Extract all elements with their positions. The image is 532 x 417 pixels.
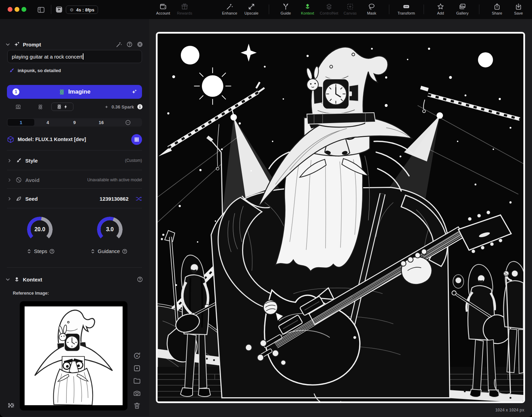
seed-section-row[interactable]: Seed 1239130862 — [7, 194, 142, 203]
tulip-icon — [14, 276, 20, 283]
wand-icon — [226, 3, 233, 10]
auto-rotate-button[interactable] — [133, 352, 142, 360]
zoom-window-button[interactable] — [21, 7, 26, 12]
bolt-icon — [63, 104, 68, 109]
batch-option-9[interactable]: 9 — [61, 119, 88, 126]
close-window-button[interactable] — [8, 7, 12, 12]
seed-value[interactable]: 1239130862 — [100, 196, 128, 202]
video-app-icon[interactable] — [55, 5, 63, 15]
imagine-count-badge: 1 — [12, 88, 19, 95]
cube-icon — [7, 136, 14, 143]
checkerboard-icon — [7, 401, 15, 409]
toolbar-separator — [389, 5, 389, 14]
a-rotate-icon — [133, 352, 141, 360]
toolbar-item-gallery[interactable]: Gallery — [448, 3, 477, 15]
sidebar: Prompt playing guitar at a rock concert … — [0, 19, 149, 417]
steps-label-row: Steps — [26, 248, 55, 254]
steps-value: 20.0 — [27, 217, 53, 242]
chevron-right-icon — [7, 158, 12, 163]
kontext-section-row[interactable]: Kontext — [5, 275, 42, 284]
prohibited-icon — [16, 177, 22, 183]
atom-icon — [56, 104, 62, 110]
spark-cost-label: 0.36 Spark — [112, 104, 134, 110]
help-icon[interactable] — [137, 276, 143, 283]
toolbar-item-mask[interactable]: Mask — [357, 3, 386, 15]
fps-label: 4s : 8fps — [76, 7, 95, 12]
reference-image[interactable] — [20, 301, 127, 410]
info-icon[interactable] — [137, 104, 143, 111]
help-icon[interactable] — [49, 249, 55, 254]
kontext-section-title: Kontext — [23, 277, 42, 283]
guidance-dial[interactable]: 3.0 — [97, 217, 123, 242]
toolbar-item-upscale[interactable]: Upscale — [237, 3, 266, 15]
enhance-prompt-icon[interactable] — [116, 41, 122, 48]
center-crop-button[interactable] — [133, 364, 142, 372]
lasso-icon — [368, 3, 375, 10]
server-toggle[interactable] — [29, 103, 51, 111]
chevron-right-icon — [7, 177, 12, 183]
layers-icon — [325, 3, 333, 10]
reference-image-label: Reference Image: — [13, 291, 49, 296]
wallet-icon — [159, 3, 167, 10]
shuffle-icon[interactable] — [135, 196, 142, 202]
sidebar-toggle-icon[interactable] — [37, 6, 45, 16]
style-section-row[interactable]: Style (Custom) — [7, 156, 142, 165]
help-icon[interactable] — [122, 249, 127, 254]
reference-wizard-sketch — [25, 306, 123, 405]
model-label: Model: FLUX.1 Kontext [dev] — [18, 137, 86, 142]
batch-option-16[interactable]: 16 — [88, 119, 115, 126]
transparency-checker-button[interactable] — [7, 401, 15, 409]
seed-section-title: Seed — [25, 196, 38, 202]
chevron-down-icon[interactable] — [5, 42, 11, 47]
laptop-icon — [15, 104, 21, 110]
batch-more-button[interactable] — [115, 119, 141, 126]
style-tag[interactable]: inkpunk, so detailed — [9, 68, 61, 73]
prompt-input[interactable]: playing guitar at a rock concert — [7, 50, 142, 63]
model-picker-button[interactable] — [131, 134, 142, 145]
batch-option-4[interactable]: 4 — [34, 119, 61, 126]
photos-icon — [459, 3, 466, 10]
prompt-text: playing guitar at a rock concert — [12, 54, 82, 60]
generated-image-frame[interactable] — [156, 32, 525, 403]
toolbar-item-rewards[interactable]: Rewards — [170, 3, 199, 15]
toolbar-separator — [269, 5, 269, 14]
fps-settings-button[interactable]: ⚙ 4s : 8fps — [66, 6, 98, 14]
chevron-down-icon — [5, 277, 11, 283]
app-window: ⚙ 4s : 8fps Account Rewards Enhance Upsc… — [0, 0, 532, 417]
grid-icon — [134, 137, 140, 142]
divider — [7, 208, 142, 208]
toolbar-item-transform[interactable]: Transform — [392, 3, 421, 15]
camera-button[interactable] — [133, 389, 142, 397]
wizard-hat-band — [307, 113, 375, 124]
prompt-section-title: Prompt — [23, 42, 41, 47]
open-file-button[interactable] — [133, 377, 142, 385]
stepper-icon[interactable] — [26, 249, 32, 254]
local-device-toggle[interactable] — [7, 103, 29, 111]
generated-image — [158, 34, 523, 401]
compute-mode-toggles — [7, 103, 73, 111]
star-icon — [437, 3, 444, 10]
titlebar-separator — [51, 5, 51, 14]
divider — [7, 188, 142, 189]
sunburst — [194, 67, 231, 105]
batch-option-1[interactable]: 1 — [8, 119, 34, 126]
divider — [7, 267, 142, 268]
guidance-label: Guidance — [98, 248, 120, 254]
style-section-title: Style — [25, 158, 38, 164]
toolbar-separator — [479, 5, 479, 14]
atom-icon — [37, 104, 43, 110]
close-icon[interactable] — [137, 41, 143, 47]
steps-dial[interactable]: 20.0 — [27, 217, 53, 242]
avoid-note: Unavailable with active model — [87, 177, 142, 182]
minimize-window-button[interactable] — [15, 7, 19, 12]
toolbar-item-save[interactable]: Save — [504, 3, 532, 15]
imagine-label: Imagine — [68, 88, 90, 95]
stepper-icon[interactable] — [90, 249, 96, 254]
help-icon[interactable] — [126, 41, 133, 47]
tulip-icon — [304, 3, 311, 10]
server-fast-toggle[interactable] — [51, 103, 73, 111]
gift-icon — [181, 3, 188, 10]
imagine-button[interactable]: 1 Imagine — [7, 85, 142, 99]
avoid-section-row[interactable]: Avoid Unavailable with active model — [7, 175, 142, 185]
delete-reference-button[interactable] — [133, 402, 142, 410]
